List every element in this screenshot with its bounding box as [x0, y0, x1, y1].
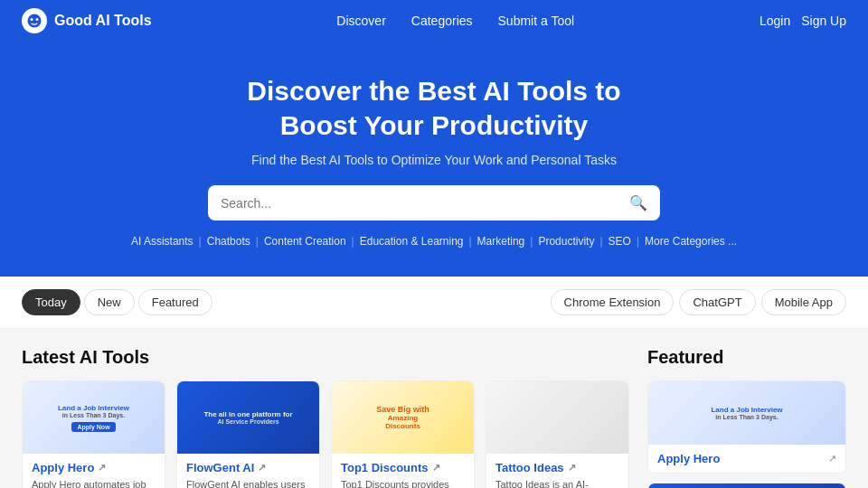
- featured-card-apply-hero[interactable]: Land a Job Interview in Less Than 3 Days…: [647, 380, 846, 474]
- tool-card-desc: FlowGent AI enables users to create and …: [186, 478, 310, 488]
- external-link-icon: ↗: [432, 462, 440, 474]
- featured-card-body: Apply Hero ↗: [648, 445, 845, 473]
- tag-seo[interactable]: SEO: [609, 235, 639, 248]
- tab-today[interactable]: Today: [22, 289, 80, 315]
- login-link[interactable]: Login: [760, 14, 790, 28]
- search-input[interactable]: [221, 196, 622, 211]
- hero-section: Discover the Best AI Tools to Boost Your…: [0, 42, 868, 277]
- time-filter-tabs: Today New Featured: [22, 289, 212, 315]
- type-filter-tabs: Chrome Extension ChatGPT Mobile App: [551, 289, 846, 315]
- tab-chrome-extension[interactable]: Chrome Extension: [551, 289, 675, 315]
- search-bar: 🔍: [208, 185, 660, 221]
- navbar: Good AI Tools Discover Categories Submit…: [0, 0, 868, 42]
- logo-text: Good AI Tools: [54, 13, 152, 29]
- tool-card-title: Top1 Discounts ↗: [341, 461, 465, 474]
- tool-card-top1[interactable]: Save Big with Amazing Discounts Top1 Dis…: [331, 380, 475, 488]
- main-content: Latest AI Tools Land a Job Interview in …: [0, 329, 868, 488]
- featured-section: Featured Land a Job Interview in Less Th…: [647, 347, 846, 488]
- nav-submit[interactable]: Submit a Tool: [498, 14, 575, 28]
- tool-card-tattoo[interactable]: Tattoo Ideas ↗ Tattoo Ideas is an AI-pow…: [486, 380, 629, 488]
- tab-chatgpt[interactable]: ChatGPT: [679, 289, 755, 315]
- tool-thumb-tattoo: [553, 399, 562, 436]
- tool-thumb-top1: Save Big with Amazing Discounts: [373, 401, 433, 434]
- nav-discover[interactable]: Discover: [336, 14, 385, 28]
- tag-content-creation[interactable]: Content Creation: [264, 235, 354, 248]
- svg-point-1: [31, 18, 33, 21]
- logo-icon: [22, 8, 47, 33]
- tool-card-body: Top1 Discounts ↗ Top1 Discounts provides…: [332, 454, 474, 488]
- tool-card-flowgent[interactable]: The all in one platform for AI Service P…: [176, 380, 320, 488]
- featured-ext-icon: ↗: [828, 453, 836, 465]
- filters-bar: Today New Featured Chrome Extension Chat…: [0, 277, 868, 329]
- tool-card-body: Tattoo Ideas ↗ Tattoo Ideas is an AI-pow…: [486, 454, 628, 488]
- tag-chatbots[interactable]: Chatbots: [207, 235, 259, 248]
- tools-section-title: Latest AI Tools: [22, 347, 629, 368]
- tool-card-body: FlowGent AI ↗ FlowGent AI enables users …: [177, 454, 319, 488]
- signup-link[interactable]: Sign Up: [801, 14, 846, 28]
- tools-section: Latest AI Tools Land a Job Interview in …: [22, 347, 629, 488]
- logo[interactable]: Good AI Tools: [22, 8, 152, 33]
- tag-ai-assistants[interactable]: AI Assistants: [131, 235, 202, 248]
- external-link-icon: ↗: [568, 462, 576, 474]
- nav-links: Discover Categories Submit a Tool: [336, 14, 574, 28]
- tool-card-title: FlowGent AI ↗: [186, 461, 310, 474]
- tool-card-desc: Apply Hero automates job applications, h…: [32, 478, 156, 488]
- tool-card-title: Apply Hero ↗: [32, 461, 156, 474]
- tool-thumb-apply: Land a Job Interview in Less Than 3 Days…: [54, 400, 133, 436]
- hero-title: Discover the Best AI Tools to Boost Your…: [18, 74, 850, 142]
- tools-grid: Land a Job Interview in Less Than 3 Days…: [22, 380, 629, 488]
- tab-featured[interactable]: Featured: [138, 289, 212, 315]
- tag-marketing[interactable]: Marketing: [477, 235, 533, 248]
- tool-card-desc: Top1 Discounts provides amazing deals an…: [341, 478, 465, 488]
- tool-card-title: Tattoo Ideas ↗: [495, 461, 619, 474]
- tag-productivity[interactable]: Productivity: [538, 235, 602, 248]
- tool-card-apply-hero[interactable]: Land a Job Interview in Less Than 3 Days…: [22, 380, 165, 488]
- tab-mobile-app[interactable]: Mobile App: [761, 289, 846, 315]
- tool-card-body: Apply Hero ↗ Apply Hero automates job ap…: [23, 454, 165, 488]
- hero-subtitle: Find the Best AI Tools to Optimize Your …: [18, 153, 850, 167]
- external-link-icon: ↗: [98, 462, 106, 474]
- featured-section-title: Featured: [647, 347, 846, 368]
- nav-categories[interactable]: Categories: [411, 14, 473, 28]
- featured-card-title: Apply Hero: [657, 452, 720, 465]
- svg-point-0: [28, 14, 42, 28]
- external-link-icon: ↗: [258, 462, 266, 474]
- tool-card-desc: Tattoo Ideas is an AI-powered platform f…: [495, 478, 619, 488]
- tag-more[interactable]: More Categories ...: [645, 235, 737, 248]
- nav-actions: Login Sign Up: [760, 14, 846, 28]
- tool-thumb-flowgent: The all in one platform for AI Service P…: [200, 407, 296, 428]
- tag-education[interactable]: Education & Learning: [360, 235, 472, 248]
- hero-tags: AI Assistants Chatbots Content Creation …: [18, 235, 850, 248]
- featured-card-flowgent[interactable]: The all in one platform for AI Service P…: [647, 483, 846, 488]
- svg-point-2: [36, 18, 39, 21]
- tab-new[interactable]: New: [84, 289, 135, 315]
- search-icon: 🔍: [629, 194, 647, 211]
